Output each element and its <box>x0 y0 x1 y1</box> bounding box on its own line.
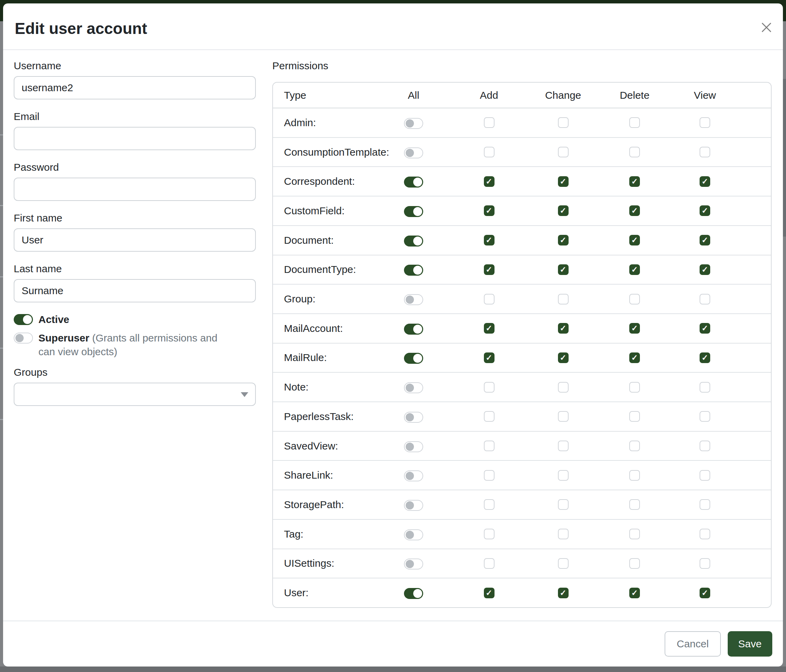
permission-view-checkbox[interactable] <box>700 411 710 422</box>
permission-all-toggle[interactable] <box>404 559 423 570</box>
permission-add-checkbox[interactable]: ✓ <box>484 176 495 187</box>
permission-delete-checkbox[interactable]: ✓ <box>629 206 640 216</box>
permission-change-checkbox[interactable]: ✓ <box>558 588 569 598</box>
permission-change-checkbox[interactable] <box>558 117 569 128</box>
permission-type-label: Tag: <box>273 528 376 540</box>
permission-all-toggle[interactable] <box>404 177 423 188</box>
permission-change-checkbox[interactable]: ✓ <box>558 176 569 187</box>
permission-all-toggle[interactable] <box>404 441 423 452</box>
permission-change-checkbox[interactable] <box>558 529 569 539</box>
permission-all-toggle[interactable] <box>404 382 423 393</box>
permission-delete-checkbox[interactable] <box>629 411 640 422</box>
permission-view-checkbox[interactable]: ✓ <box>700 235 710 245</box>
permission-view-checkbox[interactable]: ✓ <box>700 264 710 275</box>
permission-all-toggle[interactable] <box>404 588 423 599</box>
permission-all-toggle[interactable] <box>404 148 423 159</box>
permission-all-toggle[interactable] <box>404 206 423 217</box>
save-button[interactable]: Save <box>728 631 772 656</box>
permission-add-checkbox[interactable] <box>484 529 495 539</box>
permission-all-toggle[interactable] <box>404 500 423 511</box>
permission-delete-checkbox[interactable] <box>629 558 640 569</box>
permission-add-checkbox[interactable] <box>484 382 495 393</box>
active-toggle[interactable] <box>14 314 33 325</box>
permission-delete-checkbox[interactable] <box>629 529 640 539</box>
permission-delete-checkbox[interactable]: ✓ <box>629 235 640 245</box>
permission-delete-checkbox[interactable]: ✓ <box>629 176 640 187</box>
permission-change-checkbox[interactable] <box>558 499 569 510</box>
permission-type-label: Note: <box>273 381 376 393</box>
permission-view-checkbox[interactable]: ✓ <box>700 323 710 334</box>
email-field[interactable] <box>14 127 256 150</box>
permission-change-checkbox[interactable] <box>558 147 569 157</box>
permission-delete-checkbox[interactable] <box>629 441 640 451</box>
permission-delete-checkbox[interactable]: ✓ <box>629 352 640 363</box>
permission-view-checkbox[interactable] <box>700 558 710 569</box>
permission-delete-checkbox[interactable] <box>629 499 640 510</box>
permission-all-toggle[interactable] <box>404 412 423 423</box>
permission-row: Note: <box>273 372 771 402</box>
permission-delete-checkbox[interactable] <box>629 117 640 128</box>
superuser-toggle[interactable] <box>14 333 33 344</box>
permission-add-checkbox[interactable]: ✓ <box>484 588 495 598</box>
permission-all-toggle[interactable] <box>404 265 423 276</box>
permission-delete-checkbox[interactable]: ✓ <box>629 323 640 334</box>
permission-delete-checkbox[interactable]: ✓ <box>629 264 640 275</box>
permission-all-toggle[interactable] <box>404 118 423 129</box>
permission-change-checkbox[interactable]: ✓ <box>558 235 569 245</box>
permission-delete-checkbox[interactable] <box>629 294 640 305</box>
permission-view-checkbox[interactable]: ✓ <box>700 176 710 187</box>
permission-change-checkbox[interactable]: ✓ <box>558 323 569 334</box>
permission-add-checkbox[interactable]: ✓ <box>484 235 495 245</box>
permission-change-checkbox[interactable] <box>558 411 569 422</box>
permission-add-checkbox[interactable] <box>484 441 495 451</box>
permission-change-checkbox[interactable] <box>558 470 569 481</box>
permission-view-checkbox[interactable] <box>700 294 710 305</box>
permission-add-checkbox[interactable] <box>484 411 495 422</box>
page-scrollbar-thumb[interactable] <box>783 79 786 237</box>
permission-all-toggle[interactable] <box>404 353 423 364</box>
permission-delete-checkbox[interactable]: ✓ <box>629 588 640 598</box>
permission-change-checkbox[interactable]: ✓ <box>558 206 569 216</box>
close-button[interactable] <box>759 20 774 35</box>
permission-view-checkbox[interactable]: ✓ <box>700 352 710 363</box>
permission-all-toggle[interactable] <box>404 470 423 481</box>
permission-view-checkbox[interactable] <box>700 147 710 157</box>
permission-add-checkbox[interactable]: ✓ <box>484 352 495 363</box>
permission-add-checkbox[interactable]: ✓ <box>484 323 495 334</box>
permission-view-checkbox[interactable] <box>700 441 710 451</box>
permission-view-checkbox[interactable] <box>700 382 710 393</box>
permission-delete-checkbox[interactable] <box>629 470 640 481</box>
permission-add-checkbox[interactable] <box>484 294 495 305</box>
cancel-button[interactable]: Cancel <box>665 631 720 656</box>
permission-view-checkbox[interactable] <box>700 117 710 128</box>
first-name-field[interactable] <box>14 228 256 252</box>
permission-add-checkbox[interactable] <box>484 470 495 481</box>
permission-view-checkbox[interactable] <box>700 499 710 510</box>
permission-change-checkbox[interactable]: ✓ <box>558 352 569 363</box>
groups-select[interactable] <box>14 383 256 406</box>
username-input[interactable] <box>14 76 256 99</box>
password-field[interactable] <box>14 177 256 201</box>
permission-view-checkbox[interactable]: ✓ <box>700 206 710 216</box>
permission-view-checkbox[interactable]: ✓ <box>700 588 710 598</box>
permission-all-toggle[interactable] <box>404 294 423 305</box>
permission-all-toggle[interactable] <box>404 323 423 334</box>
permission-add-checkbox[interactable]: ✓ <box>484 206 495 216</box>
last-name-field[interactable] <box>14 279 256 302</box>
permission-change-checkbox[interactable] <box>558 294 569 305</box>
permission-all-toggle[interactable] <box>404 236 423 247</box>
permission-add-checkbox[interactable] <box>484 147 495 157</box>
permission-all-toggle[interactable] <box>404 529 423 540</box>
permission-delete-checkbox[interactable] <box>629 147 640 157</box>
permission-add-checkbox[interactable] <box>484 499 495 510</box>
permission-add-checkbox[interactable] <box>484 558 495 569</box>
permission-change-checkbox[interactable]: ✓ <box>558 264 569 275</box>
permission-view-checkbox[interactable] <box>700 470 710 481</box>
permission-delete-checkbox[interactable] <box>629 382 640 393</box>
permission-change-checkbox[interactable] <box>558 441 569 451</box>
permission-view-checkbox[interactable] <box>700 529 710 539</box>
permission-add-checkbox[interactable]: ✓ <box>484 264 495 275</box>
permission-change-checkbox[interactable] <box>558 382 569 393</box>
permission-add-checkbox[interactable] <box>484 117 495 128</box>
permission-change-checkbox[interactable] <box>558 558 569 569</box>
